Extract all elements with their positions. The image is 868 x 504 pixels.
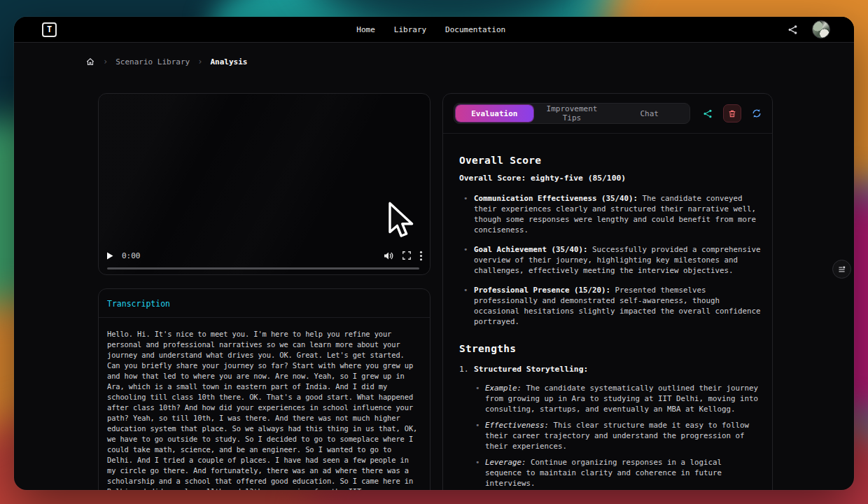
panel-toggle-button[interactable] <box>832 260 851 279</box>
transcription-panel: Transcription Hello. Hi. It's nice to me… <box>98 288 430 490</box>
strength-item-number: 1. <box>459 365 474 374</box>
evaluation-content: Overall Score Overall Score: eighty-five… <box>443 134 772 490</box>
overall-score-title: Overall Score <box>459 155 761 166</box>
breadcrumb-scenario-library[interactable]: Scenario Library <box>115 57 190 66</box>
video-seekbar[interactable] <box>107 267 419 270</box>
analysis-panel: Evaluation Improvement Tips Chat <box>442 93 773 490</box>
user-avatar[interactable] <box>812 20 830 38</box>
breadcrumb-separator-icon: › <box>103 57 108 66</box>
volume-icon[interactable] <box>383 251 394 261</box>
app-window: T Home Library Documentation <box>14 17 854 490</box>
strength-point: Example: The candidate systematically ou… <box>474 383 761 414</box>
strength-item-title: Structured Storytelling: <box>474 365 588 374</box>
desktop-background: T Home Library Documentation <box>0 0 868 504</box>
transcription-text: Hello. Hi. It's nice to meet you. I'm he… <box>99 318 430 490</box>
strength-point-label: Example: <box>485 384 522 393</box>
overall-score-value: Overall Score: eighty-five (85/100) <box>459 174 761 183</box>
delete-button[interactable] <box>723 104 741 122</box>
score-item-label: Professional Presence (15/20): <box>474 286 610 295</box>
home-icon[interactable] <box>85 57 95 66</box>
tab-improvement-tips[interactable]: Improvement Tips <box>533 105 611 122</box>
score-item: Goal Achievement (35/40): Successfully p… <box>459 244 761 276</box>
trash-icon <box>728 109 736 118</box>
breadcrumb: › Scenario Library › Analysis <box>85 56 247 67</box>
share-analysis-button[interactable] <box>699 104 717 122</box>
tab-evaluation[interactable]: Evaluation <box>456 105 533 122</box>
strength-point: Effectiveness: This clear structure made… <box>474 420 761 451</box>
breadcrumb-analysis: Analysis <box>210 57 247 66</box>
main-nav: Home Library Documentation <box>356 25 505 34</box>
panel-actions <box>699 104 766 122</box>
strength-point-label: Leverage: <box>485 458 526 467</box>
strength-point-text: The candidate systematically outlined th… <box>485 384 758 414</box>
score-item: Professional Presence (15/20): Presented… <box>459 285 761 327</box>
share-icon <box>703 108 713 119</box>
nav-home[interactable]: Home <box>356 25 375 34</box>
refresh-button[interactable] <box>748 104 766 122</box>
share-icon[interactable] <box>788 24 798 35</box>
video-player[interactable]: 0:00 <box>98 93 430 275</box>
more-options-icon[interactable] <box>419 251 423 261</box>
strengths-title: Strengths <box>459 343 761 354</box>
top-nav-bar: T Home Library Documentation <box>14 17 854 43</box>
strength-item-heading: 1. Structured Storytelling: <box>459 365 761 374</box>
nav-library[interactable]: Library <box>394 25 426 34</box>
video-controls: 0:00 <box>106 248 423 263</box>
top-nav-actions <box>788 20 830 38</box>
sliders-icon <box>837 264 846 274</box>
score-item: Communication Effectiveness (35/40): The… <box>459 193 761 235</box>
score-item-label: Communication Effectiveness (35/40): <box>474 194 638 203</box>
fullscreen-icon[interactable] <box>402 251 412 260</box>
app-logo[interactable]: T <box>42 22 57 37</box>
breadcrumb-separator-icon: › <box>197 57 202 66</box>
nav-documentation[interactable]: Documentation <box>445 25 505 34</box>
tab-list: Evaluation Improvement Tips Chat <box>454 103 690 124</box>
panel-toolbar: Evaluation Improvement Tips Chat <box>443 94 772 134</box>
score-item-label: Goal Achievement (35/40): <box>474 245 588 254</box>
score-breakdown-list: Communication Effectiveness (35/40): The… <box>459 193 761 327</box>
strength-point-label: Effectiveness: <box>485 421 549 430</box>
strength-point: Leverage: Continue organizing responses … <box>474 457 761 489</box>
play-icon[interactable] <box>106 251 114 260</box>
strength-points-list: Example: The candidate systematically ou… <box>459 383 761 489</box>
video-timestamp: 0:00 <box>122 251 141 260</box>
transcription-title: Transcription <box>99 289 430 318</box>
tab-chat[interactable]: Chat <box>610 105 688 122</box>
refresh-icon <box>752 108 762 118</box>
